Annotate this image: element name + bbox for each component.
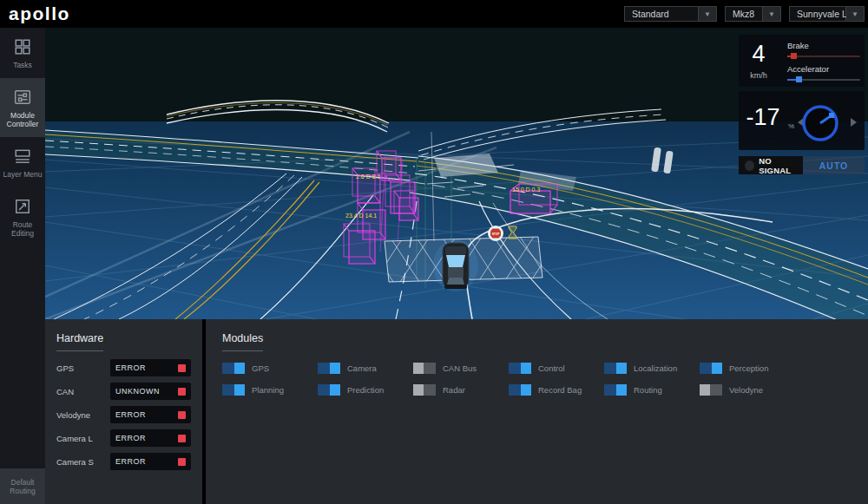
modules-title: Modules (222, 332, 263, 351)
sidebar-item-label: Module Controller (2, 111, 43, 128)
vehicle-select[interactable]: Mkz8 ▼ (725, 6, 781, 22)
hardware-row-can: CAN UNKNOWN (56, 383, 191, 400)
brake-slider[interactable] (787, 56, 860, 57)
default-routing-button[interactable]: Default Routing (0, 468, 45, 504)
error-indicator-icon (178, 411, 186, 419)
header-bar: apollo Standard ▼ Mkz8 ▼ Sunnyvale Loop … (0, 0, 868, 28)
hardware-row-camera-l: Camera L ERROR (56, 429, 191, 447)
error-indicator-icon (178, 364, 186, 372)
obstacle-label: 2.6 D 8.1 (356, 173, 381, 180)
error-indicator-icon (178, 458, 186, 466)
obstacle-label: 23.4 D 14.1 (345, 213, 377, 219)
map-value[interactable]: Sunnyvale Loop (789, 6, 846, 22)
sidebar-item-layer-menu[interactable]: Layer Menu (0, 137, 45, 187)
toggle-switch[interactable] (222, 384, 245, 396)
sidebar-item-module-controller[interactable]: Module Controller (0, 78, 45, 137)
hardware-row-velodyne: Velodyne ERROR (56, 406, 191, 423)
module-toggle-radar[interactable]: Radar (413, 384, 509, 396)
tasks-icon (14, 38, 31, 56)
status-badge: ERROR (110, 359, 191, 376)
module-toggle-prediction[interactable]: Prediction (318, 384, 413, 396)
hardware-row-gps: GPS ERROR (56, 359, 191, 376)
sidebar-item-route-editing[interactable]: Route Editing (0, 187, 45, 246)
traffic-signal-status: NO SIGNAL (739, 156, 803, 174)
layer-menu-icon (14, 147, 31, 165)
map-select[interactable]: Sunnyvale Loop ▼ (789, 6, 865, 22)
bottom-panels: Hardware GPS ERROR CAN UNKNOWN Velodyne … (45, 319, 868, 504)
setup-mode-select[interactable]: Standard ▼ (624, 6, 717, 22)
toggle-switch[interactable] (509, 384, 531, 396)
module-controller-icon (14, 88, 31, 106)
toggle-switch[interactable] (604, 363, 627, 374)
ego-vehicle (433, 239, 478, 291)
hardware-row-camera-s: Camera S ERROR (56, 453, 191, 470)
speed-unit: km/h (742, 71, 775, 80)
status-badge: UNKNOWN (110, 383, 191, 400)
brake-slider-knob[interactable] (791, 53, 797, 59)
status-badge: ERROR (110, 406, 191, 423)
error-indicator-icon (178, 435, 186, 442)
module-toggle-velodyne[interactable]: Velodyne (700, 384, 795, 396)
speed-panel: 4 km/h Brake Accelerator (739, 35, 865, 87)
sidebar: Tasks Module Controller Layer Menu Route… (0, 28, 45, 504)
toggle-switch[interactable] (318, 363, 340, 374)
accelerator-slider-knob[interactable] (796, 76, 802, 82)
vehicle-value[interactable]: Mkz8 (725, 6, 763, 22)
modules-grid: GPS Camera CAN Bus Control Localization … (222, 363, 868, 396)
setup-mode-value[interactable]: Standard (624, 6, 699, 22)
error-indicator-icon (178, 388, 186, 396)
toggle-switch[interactable] (700, 384, 722, 396)
brake-label: Brake (787, 41, 809, 50)
modules-panel: Modules GPS Camera CAN Bus Control Local… (206, 319, 868, 504)
toggle-switch[interactable] (413, 384, 436, 396)
status-badge: ERROR (110, 453, 191, 470)
header-selects: Standard ▼ Mkz8 ▼ Sunnyvale Loop ▼ (616, 6, 865, 22)
module-toggle-record-bag[interactable]: Record Bag (509, 384, 604, 396)
hardware-title: Hardware (56, 332, 103, 351)
toggle-switch[interactable] (222, 363, 245, 374)
steering-unit: % (788, 122, 794, 130)
chevron-down-icon[interactable]: ▼ (846, 6, 865, 22)
scene-viewport[interactable]: 2.6 D 8.1 23.4 D 14.1 15.0 D 0.3 (45, 28, 868, 319)
signal-mode-bar: NO SIGNAL AUTO (739, 156, 865, 174)
module-toggle-routing[interactable]: Routing (604, 384, 700, 396)
module-toggle-gps[interactable]: GPS (222, 363, 318, 374)
auto-mode-button[interactable]: AUTO (803, 156, 865, 174)
dreamview-app: apollo Standard ▼ Mkz8 ▼ Sunnyvale Loop … (0, 0, 868, 504)
turn-signal-right-icon[interactable] (851, 118, 857, 127)
module-toggle-camera[interactable]: Camera (318, 363, 413, 374)
module-toggle-localization[interactable]: Localization (604, 363, 700, 374)
sidebar-item-label: Route Editing (2, 220, 43, 238)
apollo-logo: apollo (9, 3, 70, 24)
module-toggle-planning[interactable]: Planning (222, 384, 318, 396)
module-toggle-perception[interactable]: Perception (700, 363, 795, 374)
toggle-switch[interactable] (509, 363, 531, 374)
speed-value: 4 (742, 41, 775, 68)
toggle-switch[interactable] (318, 384, 340, 396)
module-toggle-can-bus[interactable]: CAN Bus (413, 363, 509, 374)
steering-value: -17 (739, 104, 787, 131)
toggle-switch[interactable] (413, 363, 436, 374)
steering-wheel-icon (801, 104, 839, 142)
sidebar-item-tasks[interactable]: Tasks (0, 28, 45, 78)
route-editing-icon (14, 198, 31, 215)
accelerator-label: Accelerator (787, 64, 829, 74)
steering-panel: -17 % (739, 91, 865, 150)
stop-sign-icon: STOP (488, 226, 503, 241)
chevron-down-icon[interactable]: ▼ (699, 6, 717, 22)
signal-label: NO SIGNAL (759, 156, 803, 175)
traffic-light-icon (745, 160, 754, 171)
hardware-panel: Hardware GPS ERROR CAN UNKNOWN Velodyne … (45, 319, 202, 504)
status-badge: ERROR (110, 429, 191, 447)
sidebar-item-label: Layer Menu (3, 170, 43, 179)
obstacle-label: 15.0 D 0.3 (512, 187, 540, 193)
sidebar-item-label: Tasks (13, 61, 32, 69)
module-toggle-control[interactable]: Control (509, 363, 604, 374)
accelerator-slider[interactable] (787, 79, 860, 81)
toggle-switch[interactable] (700, 363, 722, 374)
toggle-switch[interactable] (604, 384, 627, 396)
chevron-down-icon[interactable]: ▼ (763, 6, 781, 22)
stop-sign-label: STOP (492, 232, 500, 236)
